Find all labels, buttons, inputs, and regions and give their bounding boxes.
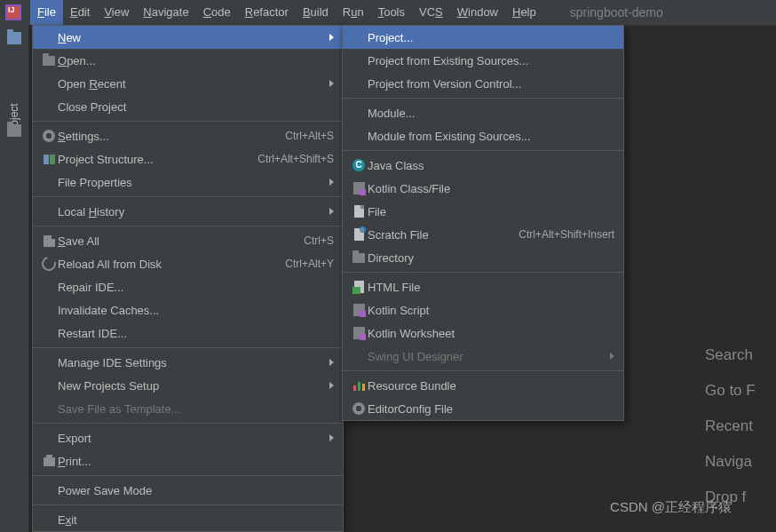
new-java-class-label: Java Class	[368, 159, 614, 172]
file-close-project[interactable]: Close Project	[33, 95, 343, 118]
file-print[interactable]: Print...	[33, 449, 343, 472]
file-file-properties[interactable]: File Properties	[33, 171, 343, 194]
file-repair-ide[interactable]: Repair IDE...	[33, 275, 343, 298]
menu-code[interactable]: Code	[196, 0, 238, 25]
file-close-project-label: Close Project	[58, 100, 334, 114]
new-java-class[interactable]: Java Class	[343, 154, 623, 177]
new-swing-designer: Swing UI Designer	[343, 345, 623, 368]
new-module[interactable]: Module...	[343, 101, 623, 124]
new-swing-designer-label: Swing UI Designer	[368, 350, 601, 363]
file-exit[interactable]: Exit	[33, 508, 343, 531]
file-open-recent-label: Open Recent	[58, 77, 321, 91]
file-restart-ide[interactable]: Restart IDE...	[33, 322, 343, 345]
new-file-label: File	[368, 205, 614, 218]
new-kotlin-classfile-label: Kotlin Class/File	[368, 182, 614, 195]
shortcut-label: Ctrl+Alt+S	[276, 130, 334, 142]
menu-vcs[interactable]: VCS	[412, 0, 450, 25]
menu-navigate[interactable]: Navigate	[136, 0, 195, 25]
project-structure-icon	[44, 155, 55, 164]
shortcut-label: Ctrl+Alt+Y	[276, 258, 334, 270]
file-power-save[interactable]: Power Save Mode	[33, 479, 343, 502]
file-save-all[interactable]: Save All Ctrl+S	[33, 229, 343, 252]
menu-refactor[interactable]: Refactor	[238, 0, 296, 25]
editor-background-hints: Search Go to F Recent Naviga Drop f	[705, 337, 776, 515]
menu-window[interactable]: Window	[450, 0, 505, 25]
new-editorconfig[interactable]: EditorConfig File	[343, 397, 623, 420]
file-reload-all[interactable]: Reload All from Disk Ctrl+Alt+Y	[33, 252, 343, 275]
hint-navigate: Naviga	[705, 444, 776, 480]
left-tool-stripe: Project	[0, 25, 29, 532]
file-save-all-label: Save All	[58, 234, 295, 248]
new-kotlin-script[interactable]: Kotlin Script	[343, 298, 623, 322]
file-open-recent[interactable]: Open Recent	[33, 72, 343, 95]
file-restart-ide-label: Restart IDE...	[58, 327, 334, 340]
file-reload-all-label: Reload All from Disk	[58, 258, 276, 271]
new-resource-bundle-label: Resource Bundle	[368, 379, 614, 393]
file-project-structure[interactable]: Project Structure... Ctrl+Alt+Shift+S	[33, 147, 343, 171]
file-new[interactable]: New	[33, 26, 343, 49]
save-icon	[44, 235, 55, 247]
submenu-arrow-icon	[329, 179, 334, 186]
menu-view[interactable]: View	[97, 0, 136, 25]
menu-separator	[33, 121, 343, 122]
file-power-save-label: Power Save Mode	[58, 484, 334, 497]
file-invalidate-caches-label: Invalidate Caches...	[58, 304, 334, 317]
new-html-file[interactable]: HTML File	[343, 275, 623, 298]
menu-separator	[343, 98, 623, 99]
new-kotlin-worksheet[interactable]: Kotlin Worksheet	[343, 322, 623, 345]
submenu-arrow-icon	[329, 34, 334, 41]
reload-icon	[39, 254, 59, 274]
file-open[interactable]: Open...	[33, 49, 343, 72]
menu-help[interactable]: Help	[505, 0, 543, 25]
new-scratch-file[interactable]: Scratch File Ctrl+Alt+Shift+Insert	[343, 223, 623, 246]
new-html-file-label: HTML File	[368, 281, 614, 294]
new-resource-bundle[interactable]: Resource Bundle	[343, 374, 623, 397]
new-directory-label: Directory	[368, 251, 614, 265]
file-invalidate-caches[interactable]: Invalidate Caches...	[33, 298, 343, 322]
kotlin-script-icon	[353, 304, 365, 316]
file-settings-label: Settings...	[58, 130, 276, 143]
file-settings[interactable]: Settings... Ctrl+Alt+S	[33, 124, 343, 147]
scratch-file-icon	[354, 228, 364, 241]
new-file[interactable]: File	[343, 200, 623, 223]
new-module-label: Module...	[368, 107, 614, 120]
submenu-arrow-icon	[329, 434, 334, 441]
ide-root: File Edit View Navigate Code Refactor Bu…	[0, 0, 776, 532]
file-new-projects-setup[interactable]: New Projects Setup	[33, 374, 343, 397]
menu-tools[interactable]: Tools	[371, 0, 412, 25]
submenu-arrow-icon	[329, 208, 334, 215]
submenu-arrow-icon	[329, 382, 334, 389]
new-project[interactable]: Project...	[343, 26, 623, 49]
file-export[interactable]: Export	[33, 426, 343, 449]
file-local-history-label: Local History	[58, 205, 321, 218]
menu-separator	[33, 347, 343, 348]
stripe-folder-icon[interactable]	[7, 124, 21, 137]
menu-run[interactable]: Run	[336, 0, 371, 25]
hint-search: Search	[705, 337, 776, 373]
new-project-vcs[interactable]: Project from Version Control...	[343, 72, 623, 95]
shortcut-label: Ctrl+S	[295, 234, 334, 247]
new-module-existing[interactable]: Module from Existing Sources...	[343, 124, 623, 147]
submenu-arrow-icon	[329, 80, 334, 87]
hint-goto: Go to F	[705, 373, 776, 409]
file-manage-ide-settings[interactable]: Manage IDE Settings	[33, 351, 343, 374]
file-print-label: Print...	[58, 455, 334, 468]
file-project-structure-label: Project Structure...	[58, 153, 249, 166]
new-project-vcs-label: Project from Version Control...	[368, 77, 614, 91]
menubar: File Edit View Navigate Code Refactor Bu…	[0, 0, 776, 26]
menu-separator	[343, 370, 623, 371]
project-folder-icon[interactable]	[7, 32, 21, 44]
new-project-existing[interactable]: Project from Existing Sources...	[343, 49, 623, 72]
file-local-history[interactable]: Local History	[33, 200, 343, 223]
file-export-label: Export	[58, 432, 321, 445]
menu-file[interactable]: File	[30, 0, 63, 25]
menu-build[interactable]: Build	[296, 0, 336, 25]
menu-edit[interactable]: Edit	[63, 0, 97, 25]
watermark: CSDN @正经程序猿	[610, 499, 732, 516]
new-kotlin-classfile[interactable]: Kotlin Class/File	[343, 177, 623, 200]
file-save-as-template: Save File as Template...	[33, 397, 343, 420]
new-directory[interactable]: Directory	[343, 246, 623, 269]
project-name: springboot-demo	[570, 0, 663, 25]
java-class-icon	[352, 159, 365, 171]
open-folder-icon	[43, 56, 55, 66]
